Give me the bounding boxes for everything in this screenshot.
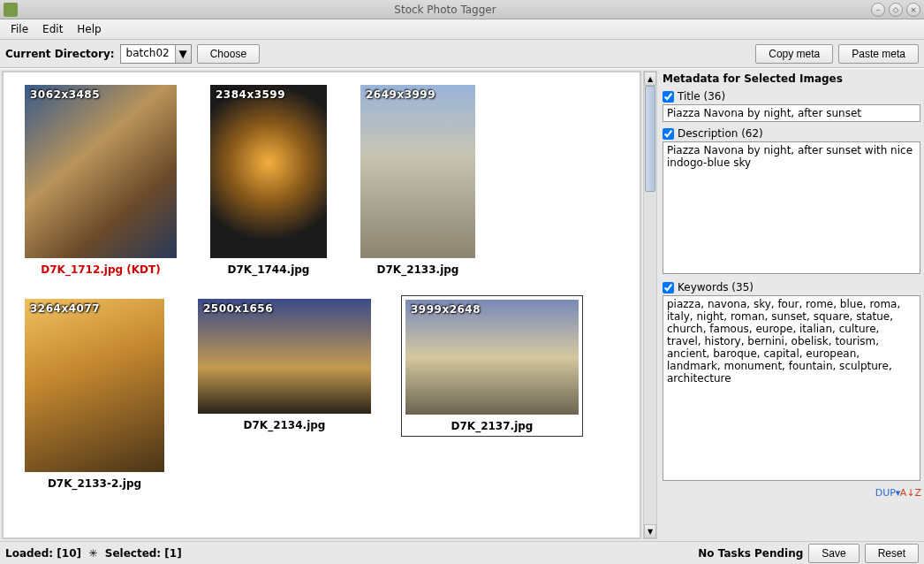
window-title: Stock Photo Tagger: [23, 4, 867, 16]
description-checkbox[interactable]: [663, 128, 674, 140]
choose-button[interactable]: Choose: [197, 44, 260, 64]
gallery-pane[interactable]: 3062x3485D7K_1712.jpg (KDT)2384x3599D7K_…: [2, 71, 641, 539]
directory-select[interactable]: batch02 ▼: [120, 44, 192, 64]
scroll-up-icon[interactable]: ▲: [644, 72, 656, 86]
window-titlebar: Stock Photo Tagger – ◇ ×: [0, 0, 924, 19]
metadata-pane: Metadata for Selected Images Title (36) …: [659, 69, 924, 541]
statusbar: Loaded: [10] ✳ Selected: [1] No Tasks Pe…: [0, 541, 924, 564]
thumbnail-dimensions: 3062x3485: [30, 88, 100, 101]
keywords-textarea[interactable]: [663, 295, 920, 481]
scroll-track[interactable]: [644, 86, 656, 524]
thumbnail-filename: D7K_2137.jpg: [451, 420, 534, 432]
thumbnail-cell[interactable]: 2500x1656D7K_2134.jpg: [194, 295, 375, 435]
keywords-field-label[interactable]: Keywords (35): [663, 279, 920, 295]
title-label-text: Title (36): [678, 90, 725, 103]
thumbnail-image[interactable]: 3999x2648: [405, 300, 579, 415]
current-directory-label: Current Directory:: [5, 48, 115, 60]
main-area: 3062x3485D7K_1712.jpg (KDT)2384x3599D7K_…: [0, 68, 924, 541]
thumbnail-cell[interactable]: 2649x3999D7K_2133.jpg: [357, 81, 479, 279]
toolbar: Current Directory: batch02 ▼ Choose Copy…: [0, 40, 924, 68]
dedupe-icon[interactable]: DUP▾: [880, 484, 896, 500]
app-icon: [4, 3, 18, 17]
thumbnail-cell[interactable]: 3999x2648D7K_2137.jpg: [401, 295, 583, 437]
chevron-down-icon[interactable]: ▼: [175, 45, 191, 63]
title-field-label[interactable]: Title (36): [663, 88, 920, 104]
thumbnail-cell[interactable]: 3264x4077D7K_2133-2.jpg: [21, 295, 168, 493]
thumbnail-image[interactable]: 3062x3485: [25, 85, 177, 258]
sort-az-icon[interactable]: A↓Z: [903, 484, 919, 500]
thumbnail-dimensions: 2649x3999: [366, 88, 435, 101]
menu-help[interactable]: Help: [70, 20, 108, 38]
keywords-label-text: Keywords (35): [678, 281, 754, 293]
thumbnail-dimensions: 2384x3599: [216, 88, 285, 101]
thumbnail-cell[interactable]: 2384x3599D7K_1744.jpg: [207, 81, 330, 279]
title-checkbox[interactable]: [663, 91, 674, 103]
status-tasks: No Tasks Pending: [698, 547, 803, 560]
reset-button[interactable]: Reset: [865, 544, 919, 563]
thumbnail-image[interactable]: 2500x1656: [198, 299, 371, 414]
directory-select-value: batch02: [121, 45, 175, 63]
thumbnail-filename: D7K_1712.jpg (KDT): [41, 263, 160, 276]
description-label-text: Description (62): [678, 127, 763, 140]
close-button[interactable]: ×: [906, 3, 920, 17]
menu-file[interactable]: File: [4, 20, 35, 38]
copy-meta-button[interactable]: Copy meta: [755, 44, 833, 64]
thumbnail-cell[interactable]: 3062x3485D7K_1712.jpg (KDT): [21, 81, 180, 279]
metadata-header: Metadata for Selected Images: [663, 71, 920, 88]
thumbnail-image[interactable]: 3264x4077: [25, 299, 164, 472]
thumbnail-dimensions: 2500x1656: [203, 302, 273, 315]
thumbnail-dimensions: 3264x4077: [30, 302, 100, 315]
save-button[interactable]: Save: [808, 544, 859, 563]
thumbnail-filename: D7K_2133.jpg: [377, 263, 459, 276]
thumbnail-filename: D7K_1744.jpg: [228, 263, 310, 276]
scroll-thumb[interactable]: [645, 86, 655, 192]
scroll-down-icon[interactable]: ▼: [644, 524, 656, 538]
description-field-label[interactable]: Description (62): [663, 126, 920, 141]
status-loaded: Loaded: [10] ✳ Selected: [1]: [5, 547, 182, 560]
thumbnail-image[interactable]: 2649x3999: [360, 85, 475, 258]
paste-meta-button[interactable]: Paste meta: [838, 44, 919, 64]
menubar: File Edit Help: [0, 19, 924, 40]
menu-edit[interactable]: Edit: [35, 20, 70, 38]
minimize-button[interactable]: –: [871, 3, 885, 17]
title-input[interactable]: [663, 104, 920, 122]
thumbnail-filename: D7K_2134.jpg: [244, 419, 326, 431]
maximize-button[interactable]: ◇: [889, 3, 903, 17]
thumbnail-dimensions: 3999x2648: [411, 303, 481, 316]
description-textarea[interactable]: [663, 141, 920, 274]
keywords-checkbox[interactable]: [663, 282, 674, 293]
thumbnail-image[interactable]: 2384x3599: [210, 85, 327, 258]
gallery-scrollbar[interactable]: ▲ ▼: [643, 71, 657, 539]
thumbnail-filename: D7K_2133-2.jpg: [48, 477, 141, 490]
